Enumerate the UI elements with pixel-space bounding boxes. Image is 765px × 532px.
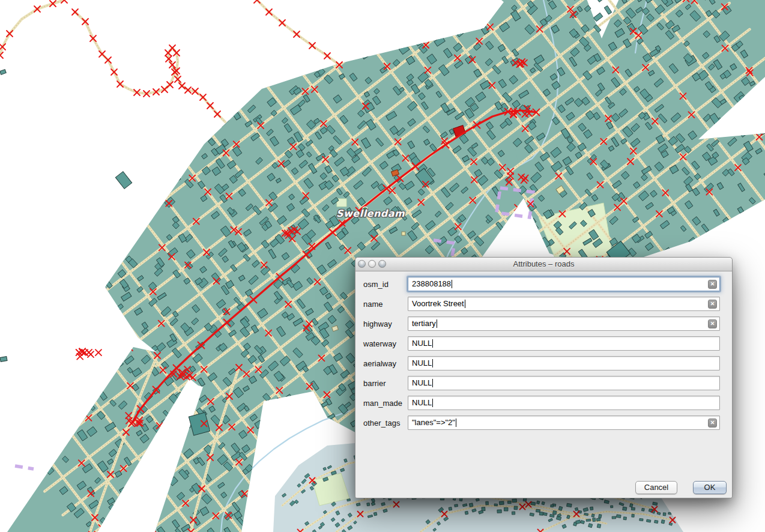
clear-field-icon[interactable]: ✕	[708, 319, 717, 328]
attribute-row-osm_id: osm_id 238808188 ✕	[355, 277, 732, 291]
text-cursor	[432, 339, 433, 348]
clear-field-icon[interactable]: ✕	[708, 280, 717, 289]
map-place-label: Swellendam	[336, 208, 405, 219]
attribute-row-other_tags: other_tags "lanes"=>"2" ✕	[355, 416, 732, 430]
field-label: waterway	[363, 339, 408, 348]
field-value: NULL	[408, 339, 432, 348]
attribute-row-name: name Voortrek Street ✕	[355, 297, 732, 311]
field-input-aerialway[interactable]: NULL	[408, 356, 720, 370]
attributes-dialog: Attributes – roads osm_id 238808188 ✕ na…	[355, 257, 733, 498]
field-input-man_made[interactable]: NULL	[408, 396, 720, 410]
field-label: highway	[363, 319, 408, 328]
field-value: NULL	[408, 358, 432, 367]
text-cursor	[437, 319, 437, 328]
clear-field-icon[interactable]: ✕	[708, 419, 717, 428]
field-value: NULL	[408, 398, 432, 407]
text-cursor	[465, 300, 465, 308]
attribute-row-man_made: man_made NULL	[355, 396, 732, 410]
field-label: other_tags	[363, 419, 408, 428]
attribute-row-highway: highway tertiary ✕	[355, 316, 732, 331]
field-value: Voortrek Street	[408, 299, 464, 308]
field-input-osm_id[interactable]: 238808188 ✕	[408, 277, 720, 291]
window-title: Attributes – roads	[355, 258, 732, 271]
text-cursor	[432, 379, 433, 387]
window-titlebar[interactable]: Attributes – roads	[355, 258, 732, 271]
text-cursor	[452, 280, 452, 288]
text-cursor	[432, 399, 433, 407]
field-input-other_tags[interactable]: "lanes"=>"2" ✕	[408, 416, 720, 430]
field-value: "lanes"=>"2"	[408, 418, 455, 427]
field-label: man_made	[363, 399, 408, 408]
clear-field-icon[interactable]: ✕	[708, 300, 717, 309]
field-value: 238808188	[408, 279, 451, 288]
field-label: aerialway	[363, 359, 408, 368]
text-cursor	[432, 359, 433, 367]
field-label: barrier	[363, 379, 408, 388]
close-window-icon[interactable]	[358, 260, 366, 268]
field-input-name[interactable]: Voortrek Street ✕	[408, 297, 720, 311]
ok-button[interactable]: OK	[693, 481, 727, 494]
attribute-row-aerialway: aerialway NULL	[355, 356, 732, 370]
cancel-button[interactable]: Cancel	[635, 481, 677, 494]
field-value: NULL	[408, 378, 432, 387]
attribute-row-barrier: barrier NULL	[355, 376, 732, 390]
field-label: name	[363, 300, 408, 309]
text-cursor	[456, 419, 456, 427]
field-input-waterway[interactable]: NULL	[408, 336, 720, 351]
attribute-row-waterway: waterway NULL	[355, 336, 732, 351]
minimize-window-icon[interactable]	[368, 260, 376, 268]
field-value: tertiary	[408, 319, 436, 328]
zoom-window-icon[interactable]	[378, 260, 386, 268]
attribute-form: osm_id 238808188 ✕ name Voortrek Street …	[355, 271, 732, 430]
field-label: osm_id	[363, 280, 408, 289]
field-input-highway[interactable]: tertiary ✕	[408, 316, 720, 331]
field-input-barrier[interactable]: NULL	[408, 376, 720, 390]
